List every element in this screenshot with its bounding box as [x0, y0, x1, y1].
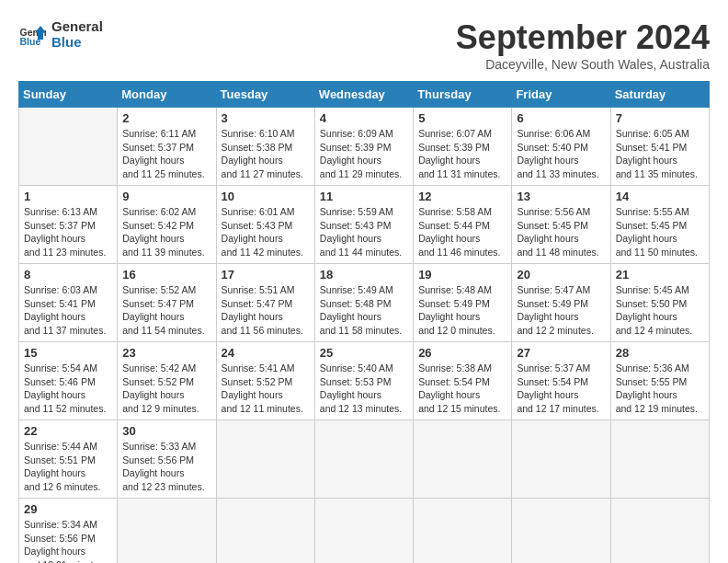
day-info: Sunrise: 5:40 AM Sunset: 5:53 PM Dayligh… [320, 362, 408, 416]
weekday-header: Saturday [610, 82, 709, 108]
calendar-day-cell: 20 Sunrise: 5:47 AM Sunset: 5:49 PM Dayl… [512, 264, 610, 342]
day-info: Sunrise: 6:06 AM Sunset: 5:40 PM Dayligh… [517, 127, 605, 181]
calendar-day-cell: 30 Sunrise: 5:33 AM Sunset: 5:56 PM Dayl… [118, 420, 216, 499]
day-number: 5 [418, 111, 506, 125]
calendar-day-cell: 22 Sunrise: 5:44 AM Sunset: 5:51 PM Dayl… [19, 420, 118, 499]
calendar-day-cell: 12 Sunrise: 5:58 AM Sunset: 5:44 PM Dayl… [414, 186, 512, 264]
day-number: 30 [122, 424, 210, 438]
calendar-header-row: SundayMondayTuesdayWednesdayThursdayFrid… [19, 82, 710, 108]
calendar-day-cell [610, 499, 709, 564]
calendar-day-cell [414, 420, 512, 499]
day-number: 14 [616, 190, 704, 203]
logo-blue: Blue [51, 34, 103, 50]
calendar-day-cell: 5 Sunrise: 6:07 AM Sunset: 5:39 PM Dayli… [414, 108, 512, 186]
calendar-day-cell [118, 499, 216, 564]
day-info: Sunrise: 6:11 AM Sunset: 5:37 PM Dayligh… [122, 127, 210, 181]
day-info: Sunrise: 5:33 AM Sunset: 5:56 PM Dayligh… [122, 440, 210, 494]
weekday-header: Tuesday [216, 82, 314, 108]
day-info: Sunrise: 5:45 AM Sunset: 5:50 PM Dayligh… [616, 283, 704, 338]
title-block: September 2024 Daceyville, New South Wal… [456, 18, 710, 72]
calendar-day-cell: 25 Sunrise: 5:40 AM Sunset: 5:53 PM Dayl… [314, 342, 413, 420]
day-number: 4 [320, 111, 408, 125]
day-number: 26 [418, 346, 506, 360]
calendar-day-cell: 15 Sunrise: 5:54 AM Sunset: 5:46 PM Dayl… [19, 342, 118, 420]
day-number: 21 [616, 268, 704, 282]
calendar-day-cell: 13 Sunrise: 5:56 AM Sunset: 5:45 PM Dayl… [512, 186, 610, 264]
weekday-header: Thursday [414, 82, 512, 108]
day-info: Sunrise: 5:51 AM Sunset: 5:47 PM Dayligh… [222, 283, 310, 338]
day-info: Sunrise: 5:58 AM Sunset: 5:44 PM Dayligh… [418, 205, 506, 259]
day-info: Sunrise: 5:44 AM Sunset: 5:51 PM Dayligh… [24, 440, 112, 494]
day-number: 7 [616, 111, 704, 125]
calendar-day-cell: 27 Sunrise: 5:37 AM Sunset: 5:54 PM Dayl… [512, 342, 610, 420]
calendar-day-cell [610, 420, 709, 499]
calendar-week-row: 8 Sunrise: 6:03 AM Sunset: 5:41 PM Dayli… [19, 264, 710, 342]
weekday-header: Monday [118, 82, 216, 108]
calendar-day-cell: 14 Sunrise: 5:55 AM Sunset: 5:45 PM Dayl… [610, 186, 709, 264]
weekday-header: Wednesday [314, 82, 413, 108]
calendar-day-cell [19, 108, 118, 186]
calendar-week-row: 15 Sunrise: 5:54 AM Sunset: 5:46 PM Dayl… [19, 342, 710, 420]
day-number: 2 [122, 111, 210, 125]
day-number: 12 [418, 190, 506, 203]
day-info: Sunrise: 5:55 AM Sunset: 5:45 PM Dayligh… [616, 205, 704, 259]
day-info: Sunrise: 5:54 AM Sunset: 5:46 PM Dayligh… [24, 362, 112, 416]
day-number: 22 [24, 424, 112, 438]
calendar-day-cell: 7 Sunrise: 6:05 AM Sunset: 5:41 PM Dayli… [610, 108, 709, 186]
day-number: 9 [122, 190, 210, 203]
calendar-day-cell [216, 499, 314, 564]
day-info: Sunrise: 5:36 AM Sunset: 5:55 PM Dayligh… [616, 362, 704, 416]
calendar-day-cell [314, 499, 413, 564]
day-info: Sunrise: 5:56 AM Sunset: 5:45 PM Dayligh… [517, 205, 605, 259]
day-info: Sunrise: 5:52 AM Sunset: 5:47 PM Dayligh… [122, 283, 210, 338]
day-number: 27 [517, 346, 605, 360]
calendar-week-row: 22 Sunrise: 5:44 AM Sunset: 5:51 PM Dayl… [19, 420, 710, 499]
calendar-day-cell: 6 Sunrise: 6:06 AM Sunset: 5:40 PM Dayli… [512, 108, 610, 186]
day-info: Sunrise: 5:37 AM Sunset: 5:54 PM Dayligh… [517, 362, 605, 416]
logo: General Blue General Blue [18, 18, 103, 50]
calendar-day-cell: 17 Sunrise: 5:51 AM Sunset: 5:47 PM Dayl… [216, 264, 314, 342]
day-number: 10 [222, 190, 310, 203]
calendar-day-cell [512, 420, 610, 499]
calendar-week-row: 29 Sunrise: 5:34 AM Sunset: 5:56 PM Dayl… [19, 499, 710, 564]
day-number: 18 [320, 268, 408, 282]
day-info: Sunrise: 5:34 AM Sunset: 5:56 PM Dayligh… [24, 518, 112, 563]
logo-general: General [51, 18, 103, 34]
day-number: 13 [517, 190, 605, 203]
day-info: Sunrise: 5:59 AM Sunset: 5:43 PM Dayligh… [320, 205, 408, 259]
day-number: 3 [222, 111, 310, 125]
calendar-day-cell: 28 Sunrise: 5:36 AM Sunset: 5:55 PM Dayl… [610, 342, 709, 420]
day-number: 16 [122, 268, 210, 282]
calendar-day-cell [314, 420, 413, 499]
calendar-day-cell: 2 Sunrise: 6:11 AM Sunset: 5:37 PM Dayli… [118, 108, 216, 186]
day-number: 8 [24, 268, 112, 282]
calendar-week-row: 1 Sunrise: 6:13 AM Sunset: 5:37 PM Dayli… [19, 186, 710, 264]
day-number: 1 [24, 190, 112, 203]
day-info: Sunrise: 5:48 AM Sunset: 5:49 PM Dayligh… [418, 283, 506, 338]
svg-text:Blue: Blue [20, 36, 41, 47]
day-number: 19 [418, 268, 506, 282]
calendar-day-cell: 18 Sunrise: 5:49 AM Sunset: 5:48 PM Dayl… [314, 264, 413, 342]
location-subtitle: Daceyville, New South Wales, Australia [456, 57, 710, 72]
day-number: 20 [517, 268, 605, 282]
calendar-day-cell: 9 Sunrise: 6:02 AM Sunset: 5:42 PM Dayli… [118, 186, 216, 264]
month-title: September 2024 [456, 18, 710, 57]
day-info: Sunrise: 6:09 AM Sunset: 5:39 PM Dayligh… [320, 127, 408, 181]
calendar-week-row: 2 Sunrise: 6:11 AM Sunset: 5:37 PM Dayli… [19, 108, 710, 186]
day-info: Sunrise: 5:38 AM Sunset: 5:54 PM Dayligh… [418, 362, 506, 416]
page-header: General Blue General Blue September 2024… [18, 18, 710, 72]
day-info: Sunrise: 5:47 AM Sunset: 5:49 PM Dayligh… [517, 283, 605, 338]
day-number: 24 [222, 346, 310, 360]
weekday-header: Sunday [19, 82, 118, 108]
calendar-day-cell: 29 Sunrise: 5:34 AM Sunset: 5:56 PM Dayl… [19, 499, 118, 564]
day-info: Sunrise: 6:10 AM Sunset: 5:38 PM Dayligh… [222, 127, 310, 181]
calendar-table: SundayMondayTuesdayWednesdayThursdayFrid… [18, 81, 710, 563]
day-number: 17 [222, 268, 310, 282]
day-info: Sunrise: 5:41 AM Sunset: 5:52 PM Dayligh… [222, 362, 310, 416]
day-number: 6 [517, 111, 605, 125]
logo-icon: General Blue [18, 20, 46, 48]
day-info: Sunrise: 6:13 AM Sunset: 5:37 PM Dayligh… [24, 205, 112, 259]
calendar-day-cell [414, 499, 512, 564]
day-number: 11 [320, 190, 408, 203]
calendar-day-cell: 10 Sunrise: 6:01 AM Sunset: 5:43 PM Dayl… [216, 186, 314, 264]
